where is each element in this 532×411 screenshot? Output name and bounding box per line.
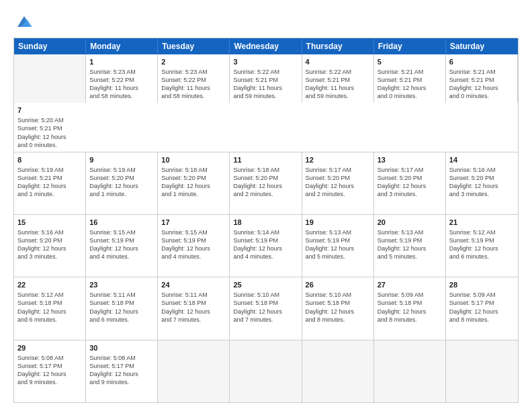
cell-text: Sunrise: 5:13 AMSunset: 5:19 PMDaylight:…: [306, 228, 370, 261]
cell-text: Sunrise: 5:23 AMSunset: 5:22 PMDaylight:…: [161, 68, 226, 101]
day-number: 7: [17, 105, 83, 116]
calendar-header: SundayMondayTuesdayWednesdayThursdayFrid…: [14, 38, 518, 54]
cell-text: Sunrise: 5:15 AMSunset: 5:19 PMDaylight:…: [89, 228, 154, 261]
day-number: 15: [17, 218, 82, 228]
cell-text: Sunrise: 5:17 AMSunset: 5:20 PMDaylight:…: [306, 166, 370, 199]
day-number: 6: [449, 57, 514, 67]
cal-cell: 28Sunrise: 5:09 AMSunset: 5:17 PMDayligh…: [446, 277, 518, 339]
cell-text: Sunrise: 5:15 AMSunset: 5:19 PMDaylight:…: [161, 228, 226, 261]
cell-text: Sunrise: 5:09 AMSunset: 5:17 PMDaylight:…: [449, 291, 515, 324]
cell-text: Sunrise: 5:12 AMSunset: 5:18 PMDaylight:…: [17, 291, 82, 324]
cal-cell: 5Sunrise: 5:21 AMSunset: 5:21 PMDaylight…: [374, 54, 446, 103]
day-number: 13: [378, 155, 442, 165]
cal-cell: 14Sunrise: 5:16 AMSunset: 5:20 PMDayligh…: [446, 152, 518, 214]
cal-cell: 6Sunrise: 5:21 AMSunset: 5:21 PMDaylight…: [446, 54, 518, 103]
cal-cell: 21Sunrise: 5:12 AMSunset: 5:19 PMDayligh…: [446, 215, 518, 277]
day-number: 5: [378, 57, 442, 67]
page: SundayMondayTuesdayWednesdayThursdayFrid…: [0, 0, 532, 411]
cal-cell: 1Sunrise: 5:23 AMSunset: 5:22 PMDaylight…: [86, 54, 158, 103]
cal-cell: 20Sunrise: 5:13 AMSunset: 5:19 PMDayligh…: [374, 215, 446, 277]
cell-text: Sunrise: 5:17 AMSunset: 5:20 PMDaylight:…: [378, 166, 442, 199]
day-number: 17: [161, 218, 226, 228]
cell-text: Sunrise: 5:16 AMSunset: 5:20 PMDaylight:…: [449, 166, 515, 199]
cal-cell: 4Sunrise: 5:22 AMSunset: 5:21 PMDaylight…: [302, 54, 374, 103]
day-number: 9: [89, 155, 154, 165]
day-number: 11: [233, 155, 298, 165]
cal-row: 22Sunrise: 5:12 AMSunset: 5:18 PMDayligh…: [14, 277, 518, 339]
cal-cell: 15Sunrise: 5:16 AMSunset: 5:20 PMDayligh…: [14, 215, 86, 277]
cell-text: Sunrise: 5:19 AMSunset: 5:20 PMDaylight:…: [89, 166, 154, 199]
day-number: 14: [449, 155, 515, 165]
day-number: 1: [89, 57, 154, 67]
logo: [13, 12, 34, 31]
cal-row: 15Sunrise: 5:16 AMSunset: 5:20 PMDayligh…: [14, 214, 518, 277]
day-number: 8: [17, 155, 82, 165]
cell-text: Sunrise: 5:08 AMSunset: 5:17 PMDaylight:…: [17, 354, 82, 387]
cal-row: 8Sunrise: 5:19 AMSunset: 5:21 PMDaylight…: [14, 152, 518, 214]
day-number: 20: [378, 218, 442, 228]
cal-cell: 27Sunrise: 5:09 AMSunset: 5:18 PMDayligh…: [374, 277, 446, 339]
day-number: 26: [306, 280, 370, 290]
cal-cell: 16Sunrise: 5:15 AMSunset: 5:19 PMDayligh…: [86, 215, 158, 277]
cal-cell: [446, 340, 518, 402]
calendar-body: 1Sunrise: 5:23 AMSunset: 5:22 PMDaylight…: [14, 54, 518, 402]
cal-cell: 17Sunrise: 5:15 AMSunset: 5:19 PMDayligh…: [158, 215, 230, 277]
cal-row: 29Sunrise: 5:08 AMSunset: 5:17 PMDayligh…: [14, 340, 518, 402]
cell-text: Sunrise: 5:19 AMSunset: 5:21 PMDaylight:…: [17, 166, 82, 199]
cell-text: Sunrise: 5:08 AMSunset: 5:17 PMDaylight:…: [89, 354, 154, 387]
day-number: 19: [306, 218, 370, 228]
day-number: 12: [306, 155, 370, 165]
day-number: 3: [233, 57, 298, 67]
cal-cell: [374, 340, 446, 402]
cell-text: Sunrise: 5:21 AMSunset: 5:21 PMDaylight:…: [449, 68, 514, 101]
cell-text: Sunrise: 5:14 AMSunset: 5:19 PMDaylight:…: [233, 228, 298, 261]
cal-cell: 10Sunrise: 5:18 AMSunset: 5:20 PMDayligh…: [158, 152, 230, 214]
cal-cell: 26Sunrise: 5:10 AMSunset: 5:18 PMDayligh…: [302, 277, 374, 339]
cal-cell: [230, 340, 302, 402]
cell-text: Sunrise: 5:10 AMSunset: 5:18 PMDaylight:…: [233, 291, 298, 324]
cal-cell: 24Sunrise: 5:11 AMSunset: 5:18 PMDayligh…: [158, 277, 230, 339]
calendar: SundayMondayTuesdayWednesdayThursdayFrid…: [13, 38, 519, 403]
cal-cell: 29Sunrise: 5:08 AMSunset: 5:17 PMDayligh…: [14, 340, 86, 402]
cal-cell: [302, 340, 374, 402]
day-number: 2: [161, 57, 226, 67]
cal-cell: 23Sunrise: 5:11 AMSunset: 5:18 PMDayligh…: [86, 277, 158, 339]
cal-row: 1Sunrise: 5:23 AMSunset: 5:22 PMDaylight…: [14, 54, 518, 152]
cell-text: Sunrise: 5:10 AMSunset: 5:18 PMDaylight:…: [306, 291, 370, 324]
cell-text: Sunrise: 5:16 AMSunset: 5:20 PMDaylight:…: [17, 228, 82, 261]
cal-header-day: Saturday: [446, 38, 518, 54]
cell-text: Sunrise: 5:13 AMSunset: 5:19 PMDaylight:…: [378, 228, 442, 261]
cell-text: Sunrise: 5:12 AMSunset: 5:19 PMDaylight:…: [449, 228, 515, 261]
day-number: 24: [161, 280, 226, 290]
cal-cell: [14, 54, 86, 103]
day-number: 23: [89, 280, 154, 290]
cal-cell: 12Sunrise: 5:17 AMSunset: 5:20 PMDayligh…: [302, 152, 374, 214]
cal-cell: 19Sunrise: 5:13 AMSunset: 5:19 PMDayligh…: [302, 215, 374, 277]
cal-header-day: Sunday: [14, 38, 86, 54]
cal-cell: 8Sunrise: 5:19 AMSunset: 5:21 PMDaylight…: [14, 152, 86, 214]
day-number: 25: [233, 280, 298, 290]
cal-header-day: Friday: [374, 38, 446, 54]
cell-text: Sunrise: 5:11 AMSunset: 5:18 PMDaylight:…: [161, 291, 226, 324]
header: [13, 12, 519, 31]
cal-header-day: Tuesday: [158, 38, 230, 54]
cell-text: Sunrise: 5:22 AMSunset: 5:21 PMDaylight:…: [233, 68, 298, 101]
cal-cell: 30Sunrise: 5:08 AMSunset: 5:17 PMDayligh…: [86, 340, 158, 402]
day-number: 18: [233, 218, 298, 228]
cell-text: Sunrise: 5:21 AMSunset: 5:21 PMDaylight:…: [378, 68, 442, 101]
cal-cell: 13Sunrise: 5:17 AMSunset: 5:20 PMDayligh…: [374, 152, 446, 214]
cal-header-day: Thursday: [302, 38, 374, 54]
cal-cell: 11Sunrise: 5:18 AMSunset: 5:20 PMDayligh…: [230, 152, 302, 214]
day-number: 22: [17, 280, 82, 290]
day-number: 27: [378, 280, 442, 290]
day-number: 28: [449, 280, 515, 290]
cal-header-day: Wednesday: [230, 38, 302, 54]
cal-cell: 7Sunrise: 5:20 AMSunset: 5:21 PMDaylight…: [14, 103, 86, 151]
cal-cell: 25Sunrise: 5:10 AMSunset: 5:18 PMDayligh…: [230, 277, 302, 339]
cal-cell: 18Sunrise: 5:14 AMSunset: 5:19 PMDayligh…: [230, 215, 302, 277]
cal-cell: [158, 340, 230, 402]
day-number: 30: [89, 343, 154, 353]
cell-text: Sunrise: 5:23 AMSunset: 5:22 PMDaylight:…: [89, 68, 154, 101]
cal-cell: 3Sunrise: 5:22 AMSunset: 5:21 PMDaylight…: [230, 54, 302, 103]
cell-text: Sunrise: 5:20 AMSunset: 5:21 PMDaylight:…: [17, 116, 83, 149]
